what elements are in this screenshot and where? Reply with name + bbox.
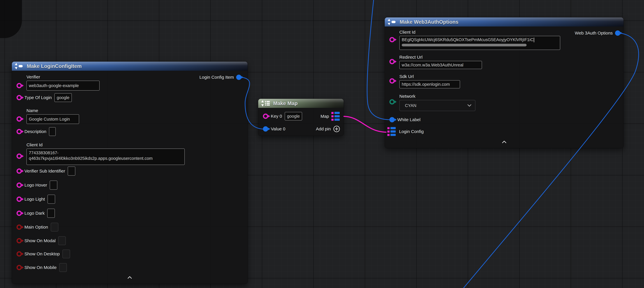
pin-row-logo-light: Logo Light [16,194,55,204]
description-input[interactable] [49,127,56,136]
object-pin-connected[interactable] [390,117,395,122]
pin-label-client-id: Client Id [399,30,560,35]
collapse-button[interactable] [126,275,133,279]
make-struct-icon [15,63,24,69]
main-option-checkbox[interactable] [51,223,58,231]
pin-row-description: Description [16,127,56,136]
pin-row-show-on-modal: Show On Modal [16,236,66,245]
collapse-chevron-icon [128,276,132,279]
map-pin-connected[interactable] [331,112,341,121]
pin-label-show-on-modal: Show On Modal [24,238,56,243]
node-title: Make Web3AuthOptions [400,19,458,25]
pin-row-white-label: White Label [390,115,420,124]
pin-label-logo-hover: Logo Hover [24,183,47,188]
output-row-login-config-item: Login Config Item [200,73,242,82]
blueprint-canvas[interactable]: { "editor": "unreal-blueprint-graph", "c… [0,0,644,288]
pin-label-show-on-desktop: Show On Desktop [24,251,60,256]
redirect-url-input[interactable]: w3a://com.w3a.Web3AuthUnreal [399,61,482,69]
string-pin[interactable] [16,182,22,188]
output-row-web3auth-options: Web 3Auth Options [575,28,620,38]
show-on-modal-checkbox[interactable] [58,236,66,245]
show-on-mobile-checkbox[interactable] [59,263,67,272]
string-pin[interactable] [16,168,22,174]
bool-pin[interactable] [16,251,22,256]
pin-label-sdk-url: Sdk Url [399,74,460,79]
node-header[interactable]: Make Web3AuthOptions [385,18,624,27]
show-on-desktop-checkbox[interactable] [62,249,70,258]
pin-row-verifier-sub-identifier: Verifier Sub Identifier [16,166,75,176]
object-pin-connected[interactable] [263,126,268,132]
output-pin-label: Web 3Auth Options [575,31,613,36]
string-pin[interactable] [16,95,22,100]
string-pin[interactable] [263,114,268,119]
key-0-input[interactable]: google [285,112,302,120]
node-header[interactable]: Make LoginConfigItem [12,62,248,71]
bool-pin[interactable] [16,238,22,243]
map-pin-connected[interactable] [387,127,397,136]
output-pin-label-map: Map [320,114,329,119]
pin-label-client-id: Client Id [26,142,185,147]
horizontal-scrollbar[interactable] [402,44,526,46]
pin-row-main-option: Main Option [16,222,58,232]
pin-label-type-of-login: Type Of Login [24,95,52,100]
pin-label-description: Description [24,129,46,134]
chevron-down-icon [468,104,471,107]
wire-map-to-loginconfig[interactable] [344,116,386,132]
output-pin-label: Login Config Item [200,75,234,80]
verifier-input[interactable]: web3auth-google-example [26,81,100,91]
text-cursor [534,38,534,42]
add-pin-label: Add pin [316,126,331,131]
pin-row-login-config: Login Config [387,127,424,136]
bool-pin[interactable] [16,265,22,270]
pin-row-show-on-desktop: Show On Desktop [16,249,70,258]
pin-label-verifier: Verifier [26,75,100,80]
pin-label-show-on-mobile: Show On Mobile [24,265,56,270]
pin-row-show-on-mobile: Show On Mobile [16,263,67,272]
pin-label-verifier-sub-identifier: Verifier Sub Identifier [24,169,65,174]
pin-label-name: Name [26,108,79,113]
client-id-input[interactable]: 774338308167- q463s7kpvja16l4l0kko3nb925… [26,149,185,165]
pin-label-logo-light: Logo Light [24,197,45,202]
bool-pin[interactable] [16,224,22,230]
node-title: Make Map [273,100,298,106]
pin-label-login-config: Login Config [399,129,424,134]
sdk-url-input[interactable]: https://sdk.openlogin.com [399,80,460,88]
collapse-chevron-icon [502,141,506,143]
pin-label-key-0: Key 0 [271,114,282,119]
name-input[interactable]: Google Custom Login [26,114,79,124]
logo-hover-input[interactable] [50,181,57,190]
node-make-web3authoptions[interactable]: Make Web3AuthOptions Web 3Auth Options C… [384,17,624,148]
node-title: Make LoginConfigItem [27,63,82,69]
make-map-icon [262,100,270,106]
network-selected-value: CYAN [405,103,416,108]
pin-label-redirect-url: Redirect Url [399,55,482,60]
type-of-login-input[interactable]: google [54,93,72,102]
client-id-line2: q463s7kpvja16l4l0kko3nb925ikds2p.apps.go… [29,156,152,161]
node-make-loginconfigitem[interactable]: Make LoginConfigItem Login Config Item V… [12,62,248,284]
string-pin[interactable] [16,129,22,134]
logo-dark-input[interactable] [47,209,55,218]
make-struct-icon [388,19,397,25]
node-header[interactable]: Make Map [258,99,344,108]
object-pin-connected[interactable] [236,75,242,80]
client-id-line1: 774338308167- [29,150,58,155]
pin-label-network: Network [399,94,476,99]
add-pin-row[interactable]: Add pin [316,124,340,134]
offscreen-node-corner [0,0,22,38]
string-pin[interactable] [16,196,22,202]
pin-row-logo-hover: Logo Hover [16,180,57,190]
client-id-input[interactable]: BEglQSgt4cUWcj6SKRdu5QkOXTsePmMcusG5EAoy… [399,36,560,50]
pin-label-white-label: White Label [397,117,420,122]
add-pin-icon[interactable] [333,125,340,132]
network-dropdown[interactable]: CYAN [399,100,476,111]
pin-label-main-option: Main Option [24,225,48,230]
collapse-button[interactable] [501,140,508,144]
pin-row-value-0: Value 0 [263,124,286,134]
verifier-sub-identifier-input[interactable] [68,167,75,176]
string-pin[interactable] [16,211,22,216]
logo-light-input[interactable] [48,195,55,204]
pin-label-logo-dark: Logo Dark [24,211,44,216]
node-make-map[interactable]: Make Map Key 0 google Map Value 0 Add pi… [258,99,344,136]
output-row-map: Map [320,112,341,121]
pin-row-logo-dark: Logo Dark [16,208,55,218]
